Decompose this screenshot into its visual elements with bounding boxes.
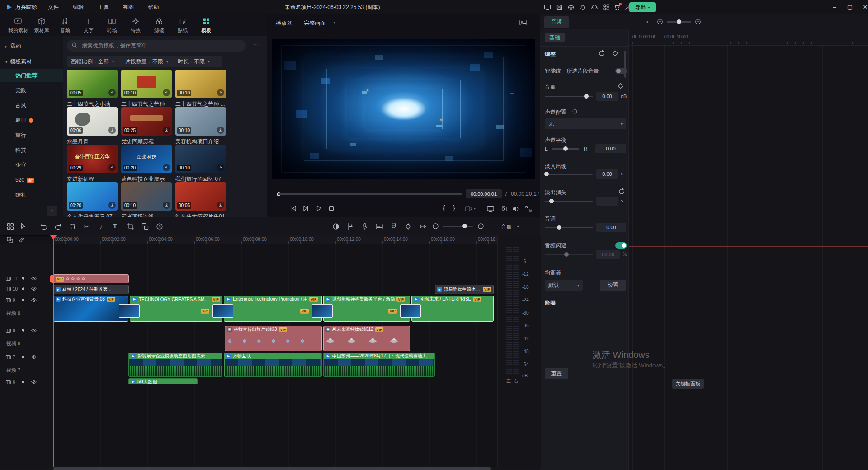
menu-help[interactable]: 帮助 <box>142 0 165 14</box>
download-icon[interactable] <box>108 127 116 134</box>
track-mute-icon[interactable] <box>21 354 27 360</box>
mirror-display-icon[interactable] <box>544 4 551 11</box>
template-card[interactable]: 00:10 二十四节气之芒种 <box>121 70 173 108</box>
track-mute-icon[interactable] <box>21 327 27 334</box>
track-mute-icon[interactable] <box>21 286 27 292</box>
sidebar-item-tech[interactable]: 科技 <box>0 143 63 157</box>
sidebar-item-wedding[interactable]: 婚礼 <box>0 188 63 202</box>
balance-slider[interactable] <box>552 148 579 150</box>
template-thumbnail[interactable]: 00:25 <box>121 107 172 136</box>
view-mode-dropdown[interactable]: 完整画面 <box>304 19 326 27</box>
equalizer-settings-button[interactable]: 设置 <box>600 280 626 291</box>
track-mute-icon[interactable] <box>21 379 27 384</box>
stop-button[interactable] <box>327 204 335 212</box>
menu-tools[interactable]: 工具 <box>92 0 115 14</box>
template-card[interactable]: 00:05 二十四节气之小满 <box>67 70 118 108</box>
template-card[interactable]: 00:10 我们旅行的回忆 07 <box>175 145 227 183</box>
zoom-out-icon[interactable] <box>657 19 663 25</box>
pitch-value[interactable]: 0.00 <box>596 223 626 232</box>
timeline-clip-video[interactable]: ▶ 影视展示企业模板动态图册图表素… <box>128 352 222 377</box>
sidebar-item-520[interactable]: 520新 <box>0 173 63 187</box>
collapse-panel-icon[interactable]: » <box>645 18 648 25</box>
play-button[interactable] <box>315 204 323 212</box>
keyframe-zoom-slider[interactable] <box>667 21 691 23</box>
tab-templates[interactable]: 模板 <box>194 14 218 36</box>
timeline-horizontal-scrollbar[interactable] <box>0 467 540 470</box>
download-icon[interactable] <box>163 164 170 171</box>
tab-transitions[interactable]: 转场 <box>100 14 124 36</box>
tab-filters[interactable]: 滤镜 <box>147 14 171 36</box>
crop-icon[interactable] <box>127 222 135 230</box>
fade-out-slider[interactable] <box>545 201 593 202</box>
template-card[interactable]: 奋斗百年正芳华 00:29 奋进新征程 <box>67 145 118 183</box>
menu-view[interactable]: 视图 <box>117 0 140 14</box>
subtitle-icon[interactable] <box>375 222 383 230</box>
tab-basic[interactable]: 基础 <box>545 33 565 42</box>
template-thumbnail[interactable]: 00:05 <box>67 70 118 98</box>
download-icon[interactable] <box>217 127 224 134</box>
search-input[interactable] <box>81 42 241 49</box>
track-visibility-icon[interactable] <box>31 354 37 360</box>
timeline-clip-video[interactable]: ▶ 科技企业宣传背景:08 VIP <box>53 296 128 322</box>
track-visibility-icon[interactable] <box>31 379 37 384</box>
balance-value[interactable]: 0.00 <box>595 144 626 153</box>
timeline-clip-video[interactable]: ▶ 引领未来 / ENTERPRISE VIP <box>411 296 494 322</box>
timeline-zoom-slider[interactable] <box>443 226 473 227</box>
previous-frame-button[interactable] <box>289 204 297 212</box>
sidebar-collapse-button[interactable]: ‹ <box>47 206 57 216</box>
marker-flag-icon[interactable] <box>346 222 354 230</box>
template-thumbnail[interactable]: 奋斗百年正芳华 00:29 <box>67 145 118 173</box>
tab-text[interactable]: 文字 <box>77 14 100 36</box>
download-icon[interactable] <box>163 127 170 134</box>
tab-audio-properties[interactable]: 音频 <box>544 16 569 28</box>
clip-trim-handle[interactable] <box>50 275 54 283</box>
voiceover-mic-icon[interactable] <box>361 222 369 230</box>
transition-thumbnail[interactable] <box>312 304 333 318</box>
timeline-clip-video[interactable]: ▶ 万物互联 <box>224 352 322 377</box>
support-headset-icon[interactable] <box>591 4 598 11</box>
track-mute-icon[interactable] <box>21 297 27 303</box>
volume-keyframe-icon[interactable] <box>617 82 624 89</box>
keyframe-icon[interactable] <box>404 222 412 230</box>
template-thumbnail[interactable]: 00:06 <box>67 107 118 136</box>
tab-audio[interactable]: 音频 <box>53 14 77 36</box>
mute-speaker-button[interactable] <box>512 205 520 213</box>
export-button[interactable]: 导出 ▾ <box>629 2 656 12</box>
template-thumbnail[interactable]: 00:10 <box>121 182 172 211</box>
fade-in-slider[interactable] <box>545 174 593 175</box>
template-card[interactable]: 00:10 美容机构项目介绍 <box>175 107 227 146</box>
smart-volume-toggle[interactable] <box>615 68 627 74</box>
tab-my-media[interactable]: 我的素材 <box>6 14 30 36</box>
search-bar[interactable] <box>67 40 246 52</box>
menu-edit[interactable]: 编辑 <box>66 0 90 14</box>
video-preview[interactable] <box>272 39 535 179</box>
reset-fade-out-icon[interactable] <box>618 188 625 195</box>
snap-magnet-icon[interactable] <box>390 222 398 230</box>
undo-icon[interactable] <box>40 222 48 230</box>
apps-grid-icon[interactable] <box>603 4 610 11</box>
maximize-button[interactable]: ▢ <box>843 0 857 14</box>
track-visibility-icon[interactable] <box>31 327 37 334</box>
volume-value[interactable]: 0.00 <box>596 92 618 101</box>
filter-duration[interactable]: 时长：不限▾ <box>174 56 222 67</box>
reset-button[interactable]: 重置 <box>545 368 568 379</box>
template-card[interactable]: 00:20 个人作品集展示 07 <box>67 182 118 221</box>
timeline-clip-title[interactable]: ▶ 科技 / 2024 / 任重道远… <box>53 285 129 294</box>
timeline-clip-sticker[interactable]: ▣ 科技宣传幻灯片贴纸3 VIP ❄❄❄❄❄❄ <box>225 326 322 351</box>
template-thumbnail[interactable]: 00:10 <box>121 70 172 98</box>
more-options-icon[interactable]: ⋯ <box>253 42 259 48</box>
timeline-zoom-in-icon[interactable] <box>477 223 484 230</box>
meter-toggle[interactable]: 音量 <box>501 223 512 231</box>
scrollbar-thumb[interactable] <box>53 467 491 470</box>
download-icon[interactable] <box>217 164 224 171</box>
notification-bell-icon[interactable] <box>579 4 586 11</box>
playhead-line[interactable] <box>53 235 54 467</box>
filter-aspect-ratio[interactable]: 画幅比例：全部▾ <box>67 56 126 67</box>
download-icon[interactable] <box>217 89 224 96</box>
download-icon[interactable] <box>163 202 170 209</box>
preview-quality-dropdown[interactable] <box>465 205 473 213</box>
mark-in-button[interactable]: { <box>443 204 445 212</box>
sidebar-group-mine[interactable]: ▸我的 <box>0 40 63 52</box>
template-thumbnail[interactable]: 00:05 <box>175 182 226 211</box>
template-card[interactable]: 00:25 党史回顾历程 <box>121 107 173 146</box>
